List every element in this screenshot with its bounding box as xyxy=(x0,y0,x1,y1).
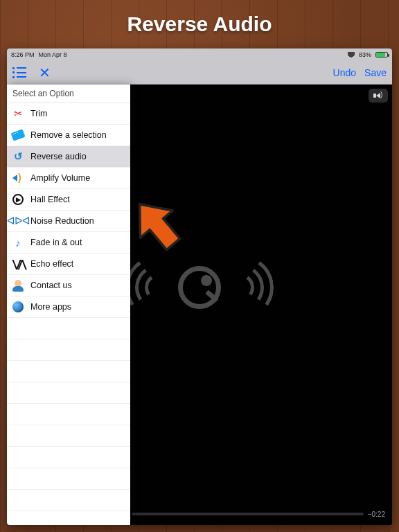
scrubber-track[interactable] xyxy=(132,513,364,515)
echo-icon: ⋁⋀ xyxy=(11,257,25,271)
noise-icon: ᐊᐅᐊ xyxy=(11,214,25,228)
status-date: Mon Apr 8 xyxy=(39,51,67,58)
option-label: Echo effect xyxy=(30,259,73,269)
page-title: Reverse Audio xyxy=(0,0,399,48)
status-time: 8:26 PM xyxy=(11,51,35,58)
option-echo[interactable]: ⋁⋀ Echo effect xyxy=(7,254,130,275)
scrubber[interactable]: −0:22 xyxy=(132,508,385,520)
battery-percent: 83% xyxy=(359,51,371,58)
list-blank-row xyxy=(7,382,130,404)
option-reverse-audio[interactable]: ↺ Reverse audio xyxy=(7,146,130,168)
option-label: Hall Effect xyxy=(30,195,70,204)
toolbar: ✕ Undo Save xyxy=(7,61,392,85)
list-blank-row xyxy=(7,339,130,361)
content-area: −0:22 Select an Option ✂ Trim Remove a s… xyxy=(7,85,392,525)
option-label: Fade in & out xyxy=(30,238,82,247)
option-label: Amplify Volume xyxy=(30,173,90,183)
option-label: Noise Reduction xyxy=(30,216,94,226)
option-label: More apps xyxy=(30,302,71,312)
option-label: Trim xyxy=(30,109,48,118)
speaker-icon xyxy=(11,171,25,185)
fade-icon: ♪ xyxy=(11,236,25,249)
save-button[interactable]: Save xyxy=(364,67,387,78)
close-button[interactable]: ✕ xyxy=(39,66,51,80)
list-menu-button[interactable] xyxy=(12,67,26,78)
hall-icon: ▶ xyxy=(11,193,25,206)
list-blank-row xyxy=(7,490,130,511)
wifi-icon xyxy=(348,52,355,57)
scissors-icon: ✂ xyxy=(11,107,25,121)
list-blank-row xyxy=(7,318,130,339)
option-remove-selection[interactable]: Remove a selection xyxy=(7,125,130,146)
battery-icon xyxy=(375,52,388,57)
option-label: Reverse audio xyxy=(30,152,87,161)
option-fade[interactable]: ♪ Fade in & out xyxy=(7,232,130,254)
undo-button[interactable]: Undo xyxy=(333,67,356,78)
option-contact[interactable]: Contact us xyxy=(7,275,130,296)
option-hall-effect[interactable]: ▶ Hall Effect xyxy=(7,189,130,211)
options-popover: Select an Option ✂ Trim Remove a selecti… xyxy=(7,85,130,525)
list-blank-row xyxy=(7,425,130,447)
option-more-apps[interactable]: More apps xyxy=(7,296,130,318)
list-blank-row xyxy=(7,361,130,382)
status-bar: 8:26 PM Mon Apr 8 83% xyxy=(7,48,392,61)
option-noise-reduction[interactable]: ᐊᐅᐊ Noise Reduction xyxy=(7,211,130,232)
audio-logo xyxy=(145,256,254,319)
list-blank-row xyxy=(7,404,130,425)
banner-text: Reverse Audio xyxy=(127,12,272,36)
list-blank-row xyxy=(7,468,130,490)
speaker-icon xyxy=(376,93,380,98)
tag-icon xyxy=(11,128,25,142)
device-frame: 8:26 PM Mon Apr 8 83% ✕ Undo Save xyxy=(7,48,392,525)
globe-icon xyxy=(11,300,25,314)
contact-icon xyxy=(11,278,25,292)
option-trim[interactable]: ✂ Trim xyxy=(7,103,130,125)
option-label: Remove a selection xyxy=(30,130,107,140)
option-label: Contact us xyxy=(30,281,72,290)
undo-icon: ↺ xyxy=(11,150,25,163)
mute-button[interactable] xyxy=(369,89,388,103)
remaining-time: −0:22 xyxy=(368,511,385,518)
list-blank-row xyxy=(7,447,130,468)
option-amplify-volume[interactable]: Amplify Volume xyxy=(7,168,130,189)
popover-header: Select an Option xyxy=(7,85,130,103)
